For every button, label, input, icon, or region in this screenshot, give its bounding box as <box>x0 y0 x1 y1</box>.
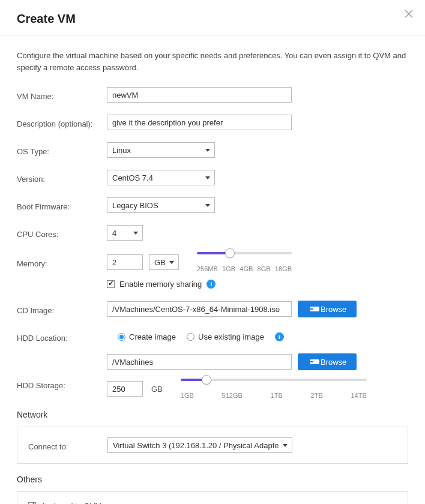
cd-image-browse-button[interactable]: Browse <box>298 301 357 317</box>
memory-label: Memory: <box>17 257 107 268</box>
others-section-title: Others <box>17 475 408 484</box>
version-label: Version: <box>17 172 107 184</box>
create-image-radio[interactable]: Create image <box>118 332 176 341</box>
hdd-storage-slider[interactable]: 1GB 512GB 1TB 2TB 14TB <box>181 379 367 399</box>
use-existing-image-radio[interactable]: Use existing image <box>187 332 264 341</box>
cpu-cores-label: CPU Cores: <box>17 227 107 239</box>
dialog-header: Create VM <box>0 0 425 35</box>
network-panel: Connect to: Virtual Switch 3 (192.168.1.… <box>17 427 408 464</box>
assigned-qvm-label: Assigned to QVM <box>41 502 101 504</box>
memory-input[interactable] <box>107 254 143 270</box>
disk-icon <box>305 305 315 313</box>
info-icon[interactable]: i <box>206 280 216 289</box>
hdd-storage-unit: GB <box>151 385 163 394</box>
os-type-label: OS Type: <box>17 145 107 156</box>
memory-sharing-checkbox[interactable] <box>107 280 115 288</box>
hdd-location-browse-button[interactable]: Browse <box>298 353 357 370</box>
boot-firmware-label: Boot Firmware: <box>17 200 107 211</box>
description-label: Description (optional): <box>17 117 107 128</box>
dialog-title: Create VM <box>17 12 408 26</box>
version-select[interactable]: CentOS 7.4 <box>107 170 215 185</box>
memory-slider-ticks: 256MB 1GB 4GB 8GB 16GB <box>197 265 292 272</box>
cpu-cores-select[interactable]: 4 <box>107 225 143 241</box>
hdd-storage-ticks: 1GB 512GB 1TB 2TB 14TB <box>181 392 367 399</box>
cd-image-label: CD Image: <box>17 304 107 315</box>
boot-firmware-select[interactable]: Legacy BIOS <box>107 197 215 213</box>
intro-text: Configure the virtual machine based on y… <box>17 50 408 73</box>
vm-name-input[interactable] <box>107 87 292 103</box>
description-input[interactable] <box>107 115 292 130</box>
hdd-storage-slider-thumb[interactable] <box>202 375 211 385</box>
memory-slider[interactable]: 256MB 1GB 4GB 8GB 16GB <box>197 252 292 272</box>
dialog-body: Configure the virtual machine based on y… <box>0 35 425 504</box>
os-type-select[interactable]: Linux <box>107 142 215 158</box>
memory-sharing-label: Enable memory sharing <box>119 280 202 289</box>
connect-to-label: Connect to: <box>28 440 107 451</box>
hdd-storage-label: HDD Storage: <box>17 379 107 390</box>
close-icon[interactable] <box>405 10 414 19</box>
cd-image-input[interactable] <box>107 301 292 317</box>
others-panel: Assigned to QVM Restrict VM console acce… <box>17 491 408 504</box>
disk-icon <box>305 358 315 365</box>
hdd-storage-input[interactable] <box>107 381 143 397</box>
hdd-location-label: HDD Location: <box>17 331 107 343</box>
connect-to-select[interactable]: Virtual Switch 3 (192.168.1.20 / Physica… <box>107 437 292 453</box>
hdd-location-input[interactable] <box>107 354 292 370</box>
memory-unit-select[interactable]: GB <box>149 254 179 270</box>
vm-name-label: VM Name: <box>17 89 107 101</box>
memory-slider-thumb[interactable] <box>225 248 235 258</box>
network-section-title: Network <box>17 410 408 419</box>
info-icon[interactable]: i <box>275 332 284 341</box>
memory-sharing-row: Enable memory sharing i <box>107 280 408 289</box>
